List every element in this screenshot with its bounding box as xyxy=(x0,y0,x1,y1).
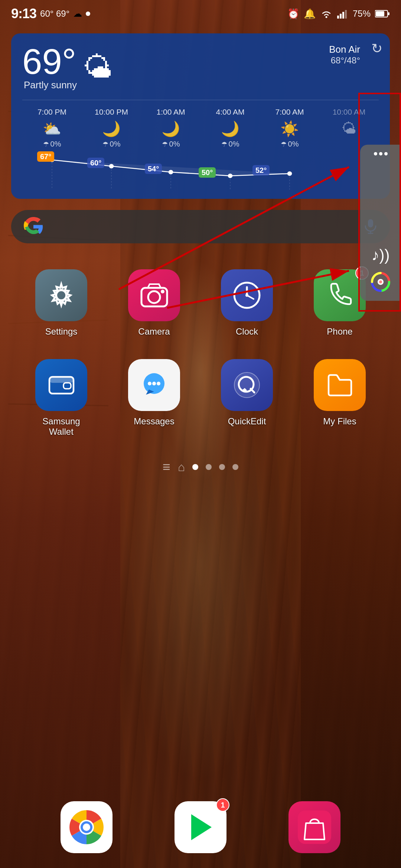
hamburger-menu[interactable]: ≡ xyxy=(163,459,170,475)
clock-alarm-icon: 🔔 xyxy=(304,8,316,20)
page-dot-4 xyxy=(232,464,238,470)
svg-rect-37 xyxy=(49,377,74,383)
messages-label: Messages xyxy=(134,416,174,427)
hour-precip-4: ☂ 0% xyxy=(200,140,260,148)
svg-rect-4 xyxy=(345,10,347,19)
side-panel-music[interactable]: ♪)) xyxy=(372,247,390,263)
app-messages[interactable]: Messages xyxy=(108,352,200,444)
app-grid-row1: Settings Camera xyxy=(0,254,401,352)
svg-point-35 xyxy=(245,294,248,297)
hour-icon-2: 🌙 xyxy=(82,120,141,138)
myfiles-icon xyxy=(314,359,366,411)
svg-point-20 xyxy=(379,280,382,283)
hour-icon-5: ☀️ xyxy=(260,120,319,138)
dock-shopping[interactable] xyxy=(288,801,340,853)
svg-rect-7 xyxy=(388,12,389,15)
svg-point-41 xyxy=(152,382,156,385)
weather-refresh-button[interactable]: ↻ xyxy=(371,41,382,56)
settings-label: Settings xyxy=(45,326,78,337)
svg-point-30 xyxy=(148,291,160,303)
hour-time-5: 7:00 AM xyxy=(260,108,319,116)
search-bar[interactable] xyxy=(11,210,390,243)
svg-point-31 xyxy=(161,290,164,293)
weather-description: Partly sunny xyxy=(24,79,77,91)
dock-chrome[interactable] xyxy=(61,801,113,853)
hour-item-6: 10:00 AM 🌤 xyxy=(319,108,379,148)
page-dot-3 xyxy=(219,464,225,470)
weather-temperature: 69° xyxy=(22,42,76,81)
screen-content: 9:13 60° 69° ☁ ⏰ 🔔 75% xyxy=(0,0,401,868)
myfiles-label: My Files xyxy=(323,416,356,427)
dock-playstore[interactable]: 1 xyxy=(175,801,226,853)
hour-time-4: 4:00 AM xyxy=(200,108,260,116)
hour-item-2: 10:00 PM 🌙 ☂ 0% xyxy=(82,108,141,148)
svg-point-0 xyxy=(325,16,327,18)
quickedit-icon-wrapper xyxy=(221,359,273,411)
wallet-icon-wrapper xyxy=(35,359,87,411)
chrome-dock-icon xyxy=(61,801,113,853)
myfiles-icon-wrapper xyxy=(314,359,366,411)
hour-icon-4: 🌙 xyxy=(200,120,260,138)
svg-point-28 xyxy=(56,290,66,300)
battery-level: 75% xyxy=(353,9,371,19)
shopping-dock-icon xyxy=(288,801,340,853)
clock-icon xyxy=(221,269,273,321)
wallet-label: SamsungWallet xyxy=(42,416,80,437)
alarm-icon: ⏰ xyxy=(287,8,299,20)
settings-icon xyxy=(35,269,87,321)
temp-52: 52° xyxy=(252,166,270,175)
clock-label: Clock xyxy=(236,326,258,337)
status-weather: 60° 69° xyxy=(40,9,69,19)
hour-time-3: 1:00 AM xyxy=(141,108,200,116)
temp-54: 54° xyxy=(145,165,162,173)
hour-precip-3: ☂ 0% xyxy=(141,140,200,148)
svg-point-50 xyxy=(83,823,90,831)
svg-point-42 xyxy=(157,382,160,385)
wallet-icon xyxy=(35,359,87,411)
hour-time-6: 10:00 AM xyxy=(319,108,379,116)
status-bar: 9:13 60° 69° ☁ ⏰ 🔔 75% xyxy=(0,0,401,26)
side-panel[interactable]: ♪)) xyxy=(360,145,401,301)
bottom-dock: 1 xyxy=(0,790,401,868)
hour-time-1: 7:00 PM xyxy=(22,108,82,116)
status-left: 9:13 60° 69° ☁ xyxy=(11,6,90,22)
app-settings[interactable]: Settings xyxy=(15,262,108,344)
camera-icon-wrapper xyxy=(128,269,180,321)
phone-icon-wrapper: 1 xyxy=(314,269,366,321)
messages-icon xyxy=(128,359,180,411)
app-clock[interactable]: Clock xyxy=(200,262,293,344)
status-right: ⏰ 🔔 75% xyxy=(287,8,390,20)
app-myfiles[interactable]: My Files xyxy=(293,352,386,444)
camera-icon xyxy=(128,269,180,321)
status-cloud-icon: ☁ xyxy=(73,9,82,19)
weather-top: 69° Partly sunny 🌤 Bon Air 68°/48° xyxy=(22,44,379,91)
home-indicator[interactable]: ⌂ xyxy=(178,460,185,474)
temperature-graph: 67° 60° 54° 50° 52° xyxy=(22,154,379,191)
hour-precip-2: ☂ 0% xyxy=(82,140,141,148)
weather-location: Bon Air xyxy=(329,44,360,55)
hour-precip-5: ☂ 0% xyxy=(260,140,319,148)
app-camera[interactable]: Camera xyxy=(108,262,200,344)
page-dot-1 xyxy=(192,464,198,470)
weather-main: 69° Partly sunny 🌤 xyxy=(22,44,113,91)
color-picker-icon xyxy=(371,272,391,292)
hour-icon-3: 🌙 xyxy=(141,120,200,138)
svg-rect-2 xyxy=(340,14,342,19)
temp-60: 60° xyxy=(87,159,104,167)
settings-icon-wrapper xyxy=(35,269,87,321)
temp-50: 50° xyxy=(199,168,216,177)
hourly-forecast: 7:00 PM ⛅ ☂ 0% 10:00 PM 🌙 ☂ 0% 1:00 AM 🌙… xyxy=(22,108,379,148)
messages-icon-wrapper xyxy=(128,359,180,411)
side-panel-dots xyxy=(374,152,388,155)
app-wallet[interactable]: SamsungWallet xyxy=(15,352,108,444)
app-quickedit[interactable]: QuickEdit xyxy=(200,352,293,444)
signal-icon xyxy=(337,9,348,19)
status-notification-dot xyxy=(86,11,90,16)
quickedit-label: QuickEdit xyxy=(228,416,266,427)
phone-label: Phone xyxy=(327,326,352,337)
page-indicators: ≡ ⌂ xyxy=(0,459,401,475)
hour-precip-1: ☂ 0% xyxy=(22,140,82,148)
side-panel-color[interactable] xyxy=(371,272,391,293)
hour-item-5: 7:00 AM ☀️ ☂ 0% xyxy=(260,108,319,148)
playstore-badge: 1 xyxy=(216,798,229,812)
